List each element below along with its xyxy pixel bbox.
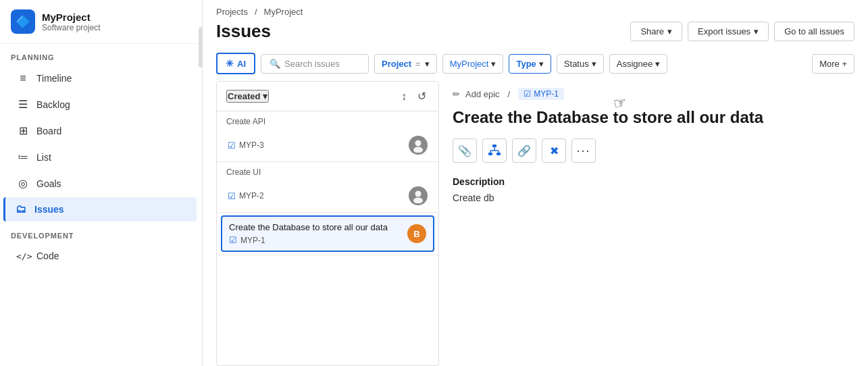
issue-item[interactable]: ☑ MYP-3 bbox=[217, 129, 438, 161]
project-filter-label: Project bbox=[382, 59, 411, 69]
type-chevron-icon: ▾ bbox=[539, 59, 544, 69]
share-chevron-icon: ▾ bbox=[667, 26, 672, 36]
svg-rect-6 bbox=[496, 153, 501, 155]
description-label: Description bbox=[453, 176, 841, 187]
main-content: Projects / MyProject Issues Share ▾ Expo… bbox=[203, 0, 868, 366]
issue-item-id: ☑ MYP-2 bbox=[228, 191, 264, 201]
development-section-label: DEVELOPMENT bbox=[0, 222, 202, 244]
search-input[interactable]: 🔍 Search issues bbox=[261, 54, 369, 74]
svg-point-2 bbox=[415, 191, 422, 197]
export-label: Export issues bbox=[698, 26, 750, 36]
type-filter-label: Type bbox=[516, 59, 536, 69]
sidebar-item-backlog[interactable]: ☰ Backlog bbox=[5, 92, 197, 117]
page-header: Issues Share ▾ Export issues ▾ Go to all… bbox=[203, 17, 868, 49]
project-logo: 🔷 bbox=[11, 9, 35, 34]
project-name: MyProject bbox=[42, 11, 101, 23]
refresh-icon: ↺ bbox=[417, 90, 426, 102]
page-title: Issues bbox=[216, 21, 271, 42]
goto-all-issues-button[interactable]: Go to all issues bbox=[774, 22, 854, 41]
goals-icon: ◎ bbox=[16, 177, 30, 190]
search-icon: 🔍 bbox=[270, 59, 280, 69]
check-icon: ☑ bbox=[229, 235, 237, 245]
issue-item[interactable]: ☑ MYP-2 bbox=[217, 180, 438, 212]
svg-rect-4 bbox=[492, 145, 496, 147]
add-epic-label[interactable]: Add epic bbox=[465, 89, 500, 99]
svg-point-1 bbox=[413, 147, 423, 153]
content-area: Created ▾ ↕ ↺ Create API bbox=[203, 81, 868, 366]
breadcrumb-separator: / bbox=[255, 7, 257, 17]
avatar bbox=[409, 186, 428, 205]
planning-section-label: PLANNING bbox=[0, 44, 202, 66]
sort-button[interactable]: Created ▾ bbox=[226, 90, 269, 103]
sidebar: 🔷 MyProject Software project PLANNING ≡ … bbox=[0, 0, 203, 366]
breadcrumb: Projects / MyProject bbox=[203, 0, 868, 17]
issue-item-id: ☑ MYP-1 bbox=[229, 235, 388, 245]
detail-panel: ✏ Add epic / ☑ MYP-1 Create the Database… bbox=[439, 81, 854, 366]
issue-group-create-db: Create the Database to store all our dat… bbox=[217, 215, 438, 255]
svg-point-0 bbox=[415, 140, 422, 147]
status-filter-label: Status bbox=[564, 59, 589, 69]
board-icon: ⊞ bbox=[16, 124, 30, 137]
export-button[interactable]: Export issues ▾ bbox=[688, 22, 769, 41]
svg-rect-5 bbox=[488, 153, 492, 155]
issue-item-id: ☑ MYP-3 bbox=[228, 140, 264, 151]
avatar bbox=[409, 136, 428, 155]
filter-bar: ✳ AI 🔍 Search issues Project = ▾ MyProje… bbox=[203, 49, 868, 81]
goto-label: Go to all issues bbox=[784, 26, 844, 36]
share-label: Share bbox=[640, 26, 664, 36]
share-button[interactable]: Share ▾ bbox=[630, 22, 682, 41]
avatar: B bbox=[407, 224, 426, 243]
more-actions-button[interactable]: ··· bbox=[571, 138, 596, 163]
sidebar-item-issues[interactable]: 🗂 Issues bbox=[3, 197, 197, 221]
sidebar-item-label: Issues bbox=[34, 204, 64, 215]
refresh-button[interactable]: ↺ bbox=[415, 88, 429, 104]
integration-button[interactable]: ✖ bbox=[542, 138, 566, 163]
attach-button[interactable]: 📎 bbox=[453, 138, 477, 163]
sidebar-item-list[interactable]: ≔ List bbox=[5, 145, 197, 169]
status-chevron-icon: ▾ bbox=[592, 59, 596, 69]
issue-group-create-ui: Create UI ☑ MYP-2 bbox=[217, 162, 438, 213]
project-value-button[interactable]: MyProject ▾ bbox=[442, 54, 504, 74]
type-filter-button[interactable]: Type ▾ bbox=[509, 54, 551, 74]
breadcrumb-sep: / bbox=[508, 89, 511, 99]
issue-item-title: Create the Database to store all our dat… bbox=[229, 222, 388, 232]
code-icon: </> bbox=[16, 251, 30, 261]
status-filter-button[interactable]: Status ▾ bbox=[557, 54, 604, 74]
backlog-icon: ☰ bbox=[16, 98, 30, 111]
hierarchy-button[interactable] bbox=[482, 138, 507, 163]
detail-title: Create the Database to store all our dat… bbox=[453, 107, 841, 128]
timeline-icon: ≡ bbox=[16, 72, 30, 84]
ai-label: AI bbox=[237, 59, 246, 69]
issue-item-left: ☑ MYP-3 bbox=[228, 140, 264, 151]
assignee-chevron-icon: ▾ bbox=[655, 59, 660, 69]
sidebar-item-label: List bbox=[36, 152, 51, 163]
project-filter-button[interactable]: Project = ▾ bbox=[374, 54, 437, 74]
project-value-label: MyProject bbox=[450, 59, 489, 69]
sort-order-icon: ↕ bbox=[401, 90, 407, 102]
sidebar-item-timeline[interactable]: ≡ Timeline bbox=[5, 66, 197, 90]
link-button[interactable]: 🔗 bbox=[512, 138, 536, 163]
assignee-filter-label: Assignee bbox=[617, 59, 653, 69]
sidebar-item-code[interactable]: </> Code bbox=[5, 244, 197, 267]
assignee-filter-button[interactable]: Assignee ▾ bbox=[609, 54, 667, 74]
badge-check-icon: ☑ bbox=[524, 89, 531, 99]
sidebar-item-label: Board bbox=[36, 126, 61, 136]
sidebar-item-label: Timeline bbox=[36, 73, 72, 84]
more-label: More + bbox=[819, 59, 847, 69]
breadcrumb-project[interactable]: MyProject bbox=[264, 7, 303, 17]
project-chevron-icon: ▾ bbox=[425, 59, 430, 69]
project-value-chevron-icon: ▾ bbox=[491, 59, 496, 69]
list-actions: ↕ ↺ bbox=[399, 88, 429, 104]
export-chevron-icon: ▾ bbox=[754, 26, 759, 36]
breadcrumb-projects[interactable]: Projects bbox=[216, 7, 248, 17]
issue-item-left: Create the Database to store all our dat… bbox=[229, 222, 388, 245]
issue-item-selected[interactable]: Create the Database to store all our dat… bbox=[221, 215, 434, 252]
ai-filter-button[interactable]: ✳ AI bbox=[216, 53, 255, 74]
more-filter-button[interactable]: More + bbox=[812, 54, 854, 74]
sort-order-button[interactable]: ↕ bbox=[399, 89, 409, 104]
sidebar-item-goals[interactable]: ◎ Goals bbox=[5, 171, 197, 196]
issue-id-label: MYP-2 bbox=[239, 191, 264, 201]
issue-group-create-api: Create API ☑ MYP-3 bbox=[217, 111, 438, 162]
sidebar-item-board[interactable]: ⊞ Board bbox=[5, 118, 197, 143]
detail-breadcrumb: ✏ Add epic / ☑ MYP-1 bbox=[453, 88, 841, 100]
